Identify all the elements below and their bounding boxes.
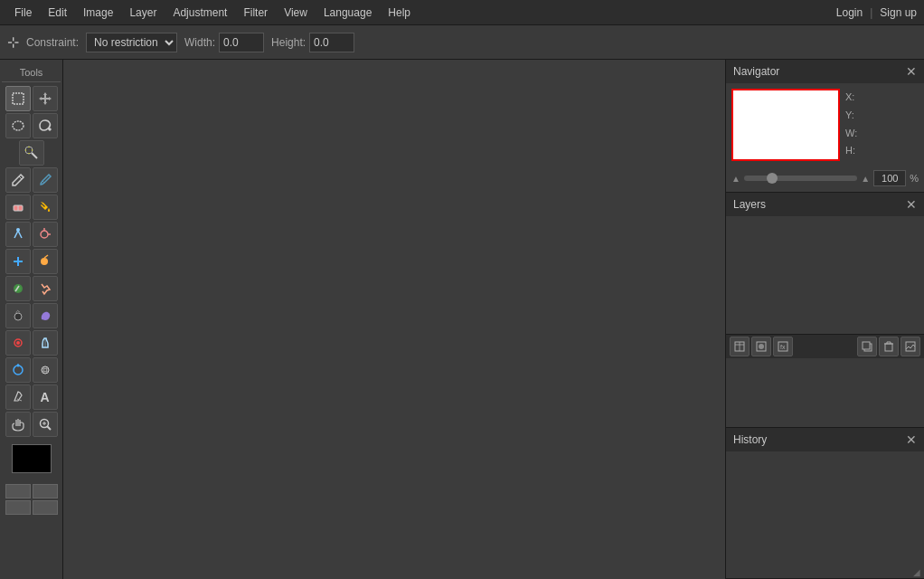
eraser-tool[interactable] — [5, 195, 31, 220]
svg-point-28 — [42, 369, 49, 372]
navigator-zoom-input[interactable] — [873, 170, 906, 186]
magic-wand-tool[interactable] — [19, 140, 44, 166]
crop-icon: ⊹ — [7, 33, 19, 51]
width-input[interactable] — [219, 33, 264, 52]
sponge-tool[interactable] — [33, 303, 58, 328]
navigator-close-button[interactable]: ✕ — [906, 65, 917, 78]
main-area: Tools — [0, 60, 924, 579]
tool-row-1 — [2, 86, 61, 111]
move-tool[interactable] — [33, 86, 58, 111]
marquee-ellipse-tool[interactable] — [5, 113, 31, 138]
dodge-tool[interactable] — [33, 249, 58, 274]
zoom-in-icon[interactable]: ▲ — [861, 174, 870, 184]
history-title: History — [733, 433, 767, 446]
layers-content — [726, 216, 924, 334]
svg-point-39 — [759, 344, 764, 349]
toolbar: ⊹ Constraint: No restriction 1:1 4:3 16:… — [0, 25, 924, 60]
navigator-zoom-unit: % — [910, 173, 919, 184]
svg-point-29 — [43, 366, 46, 374]
tool-row-2 — [2, 113, 61, 138]
tool-row-12: A — [2, 384, 61, 410]
svg-point-20 — [14, 313, 22, 320]
layer-delete-button[interactable] — [879, 337, 899, 356]
width-group: Width: — [184, 33, 264, 52]
finger-tool[interactable] — [33, 330, 58, 356]
layers-panel: Layers ✕ — [726, 193, 924, 428]
burn-tool[interactable] — [5, 303, 31, 328]
menu-language[interactable]: Language — [316, 3, 379, 23]
layer-fx-icon[interactable]: fx — [773, 337, 793, 356]
history-resize-handle[interactable]: ◢ — [913, 567, 924, 578]
menubar-left: File Edit Image Layer Adjustment Filter … — [7, 3, 418, 23]
eye-tool[interactable] — [5, 330, 31, 356]
layer-copy-button[interactable] — [857, 337, 877, 356]
3d-tool[interactable] — [33, 357, 58, 383]
path-tool[interactable] — [5, 357, 31, 383]
navigator-content: X: Y: W: H: — [726, 83, 924, 166]
canvas-area[interactable] — [63, 60, 725, 579]
stamp-tool[interactable] — [33, 222, 58, 247]
color-swatch[interactable] — [12, 444, 52, 473]
grid-cell-2[interactable] — [33, 484, 58, 498]
navigator-zoom-bar: ▲ ▲ % — [726, 166, 924, 192]
navigator-slider-thumb[interactable] — [767, 173, 778, 184]
layers-close-button[interactable]: ✕ — [906, 198, 917, 211]
grid-cell-1[interactable] — [5, 484, 31, 498]
brush-tool[interactable] — [33, 167, 58, 193]
color-picker-tool[interactable] — [5, 222, 31, 247]
marquee-rect-tool[interactable] — [5, 86, 31, 111]
tools-title: Tools — [2, 63, 61, 82]
svg-rect-43 — [863, 342, 870, 349]
zoom-tool[interactable] — [33, 412, 58, 437]
login-link[interactable]: Login — [836, 6, 863, 19]
tool-row-4 — [2, 167, 61, 193]
menu-help[interactable]: Help — [381, 3, 418, 23]
constraint-label: Constraint: — [26, 36, 79, 49]
svg-text:fx: fx — [780, 344, 786, 350]
menu-edit[interactable]: Edit — [41, 3, 74, 23]
menu-file[interactable]: File — [7, 3, 39, 23]
nav-w-label: W: — [845, 125, 857, 143]
history-header: History ✕ — [726, 428, 924, 451]
menu-filter[interactable]: Filter — [236, 3, 275, 23]
menu-image[interactable]: Image — [76, 3, 120, 23]
nav-y-label: Y: — [845, 107, 857, 125]
svg-rect-49 — [906, 342, 915, 351]
text-tool[interactable]: A — [33, 384, 58, 410]
tool-row-7 — [2, 249, 61, 274]
heal-tool[interactable] — [5, 249, 31, 274]
layer-table-icon[interactable] — [730, 337, 750, 356]
fill-tool[interactable] — [33, 195, 58, 220]
tool-row-13 — [2, 412, 61, 437]
tool-grid — [2, 482, 61, 517]
menu-view[interactable]: View — [277, 3, 315, 23]
svg-line-32 — [47, 426, 51, 430]
menu-divider: | — [870, 6, 872, 19]
tool-row-3 — [2, 140, 61, 166]
blur-tool[interactable] — [5, 276, 31, 301]
menu-layer[interactable]: Layer — [122, 3, 164, 23]
svg-point-22 — [16, 341, 20, 345]
smudge-tool[interactable] — [33, 276, 58, 301]
constraint-select[interactable]: No restriction 1:1 4:3 16:9 — [86, 33, 177, 52]
layer-settings-button[interactable] — [900, 337, 920, 356]
pencil-tool[interactable] — [5, 167, 31, 193]
layer-mask-icon[interactable] — [751, 337, 771, 356]
svg-line-9 — [42, 181, 44, 183]
navigator-title: Navigator — [733, 65, 779, 78]
grid-cell-4[interactable] — [33, 500, 58, 515]
history-close-button[interactable]: ✕ — [906, 433, 917, 446]
hand-tool[interactable] — [5, 412, 31, 437]
svg-line-8 — [19, 176, 22, 179]
layers-title: Layers — [733, 198, 766, 211]
zoom-out-icon[interactable]: ▲ — [731, 174, 740, 184]
menu-adjustment[interactable]: Adjustment — [165, 3, 234, 23]
height-input[interactable] — [309, 33, 354, 52]
lasso-tool[interactable] — [33, 113, 58, 138]
signup-link[interactable]: Sign up — [880, 6, 917, 19]
layers-header: Layers ✕ — [726, 193, 924, 216]
navigator-slider[interactable] — [744, 176, 857, 181]
svg-point-12 — [16, 228, 20, 232]
grid-cell-3[interactable] — [5, 500, 31, 515]
pen-tool[interactable] — [5, 384, 31, 410]
